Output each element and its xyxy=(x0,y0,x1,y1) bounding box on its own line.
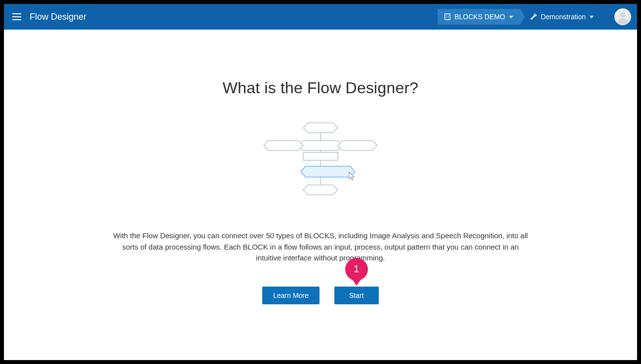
svg-marker-16 xyxy=(303,185,338,195)
page-description: With the Flow Designer, you can connect … xyxy=(103,230,538,264)
page-heading: What is the Flow Designer? xyxy=(223,79,418,97)
svg-rect-14 xyxy=(303,152,338,160)
flow-diagram-illustration xyxy=(256,122,385,206)
breadcrumb: BLOCKS DEMO Demonstration xyxy=(438,9,601,25)
breadcrumb-org[interactable]: BLOCKS DEMO xyxy=(438,9,520,25)
avatar[interactable] xyxy=(614,8,631,25)
organization-icon xyxy=(443,13,451,21)
app-header: Flow Designer BLOCKS DEMO xyxy=(4,4,637,30)
breadcrumb-org-label: BLOCKS DEMO xyxy=(454,13,505,21)
svg-marker-10 xyxy=(298,141,343,150)
wrench-icon xyxy=(530,13,538,21)
svg-marker-11 xyxy=(264,141,303,150)
breadcrumb-project-label: Demonstration xyxy=(541,13,586,21)
chevron-down-icon xyxy=(590,16,594,18)
app-title: Flow Designer xyxy=(30,12,86,22)
svg-marker-12 xyxy=(338,141,377,150)
start-button[interactable]: Start xyxy=(334,287,379,304)
menu-icon[interactable] xyxy=(11,11,23,23)
chevron-down-icon xyxy=(509,16,513,18)
app-window: Flow Designer BLOCKS DEMO xyxy=(4,4,637,360)
main-content: What is the Flow Designer? xyxy=(4,30,637,360)
svg-marker-8 xyxy=(303,123,338,133)
breadcrumb-project[interactable]: Demonstration xyxy=(520,9,601,25)
learn-more-button[interactable]: Learn More xyxy=(262,287,320,304)
svg-marker-18 xyxy=(301,166,355,177)
user-icon xyxy=(614,8,631,25)
svg-rect-0 xyxy=(445,14,450,20)
svg-point-7 xyxy=(620,12,625,17)
action-buttons: Learn More 1 Start xyxy=(262,287,379,304)
